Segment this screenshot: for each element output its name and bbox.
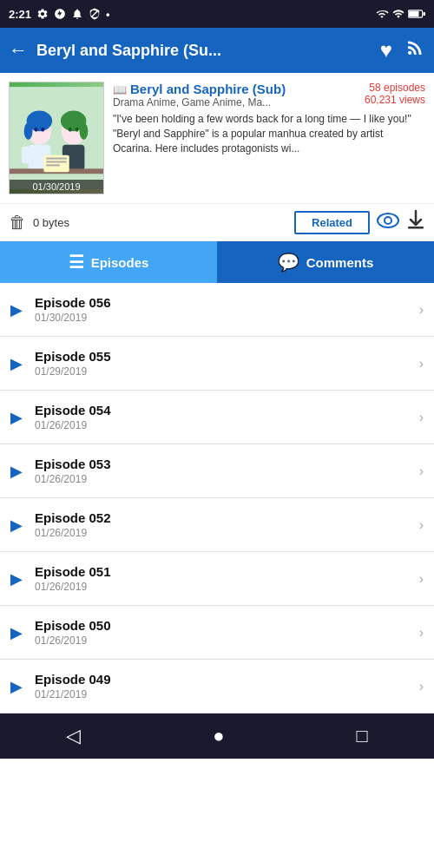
series-title: 📖Beryl and Sapphire (Sub)	[113, 82, 286, 96]
episode-count: 58 episodes	[365, 82, 425, 94]
list-item[interactable]: ▶ Episode 051 01/26/2019 ›	[0, 552, 434, 606]
episodes-tab-label: Episodes	[91, 255, 149, 270]
nav-home-button[interactable]: ●	[213, 725, 224, 747]
list-item[interactable]: ▶ Episode 052 01/26/2019 ›	[0, 498, 434, 552]
eye-button[interactable]	[377, 211, 399, 233]
play-icon: ▶	[10, 354, 23, 373]
tab-episodes[interactable]: ☰ Episodes	[0, 241, 217, 283]
top-bar-actions: ♥	[380, 37, 425, 63]
svg-point-7	[34, 128, 37, 132]
book-icon: 📖	[113, 83, 127, 96]
play-icon: ▶	[10, 569, 23, 589]
signal-icon	[392, 8, 404, 20]
chevron-right-icon: ›	[419, 517, 424, 533]
download-button[interactable]	[406, 209, 425, 235]
episode-title: Episode 051	[35, 564, 419, 579]
svg-point-14	[69, 128, 72, 132]
list-item[interactable]: ▶ Episode 055 01/29/2019 ›	[0, 337, 434, 391]
cover-date: 01/30/2019	[10, 180, 103, 194]
top-bar: ← Beryl and Sapphire (Su... ♥	[0, 28, 434, 73]
chevron-right-icon: ›	[419, 571, 424, 587]
list-item[interactable]: ▶ Episode 053 01/26/2019 ›	[0, 444, 434, 498]
nav-recents-button[interactable]: □	[357, 725, 368, 747]
bytes-label: 0 bytes	[33, 216, 287, 229]
episode-info: Episode 050 01/26/2019	[35, 618, 419, 647]
status-time: 2:21	[9, 8, 31, 21]
episode-date: 01/30/2019	[35, 312, 419, 324]
episode-date: 01/21/2019	[35, 688, 419, 700]
info-right: 📖Beryl and Sapphire (Sub) Drama Anime, G…	[113, 82, 425, 194]
chevron-right-icon: ›	[419, 356, 424, 372]
status-bar: 2:21 •	[0, 0, 434, 28]
episode-date: 01/26/2019	[35, 473, 419, 485]
tab-comments[interactable]: 💬 Comments	[217, 241, 434, 283]
svg-rect-21	[46, 164, 60, 166]
page-title: Beryl and Sapphire (Su...	[36, 42, 372, 60]
episode-date: 01/26/2019	[35, 635, 419, 647]
info-section: 01/30/2019 📖Beryl and Sapphire (Sub) Dra…	[0, 73, 434, 203]
antenna-icon	[54, 8, 66, 20]
episode-title: Episode 053	[35, 457, 419, 471]
trash-button[interactable]: 🗑	[9, 213, 26, 233]
favorite-button[interactable]: ♥	[380, 38, 392, 62]
tabs: ☰ Episodes 💬 Comments	[0, 241, 434, 283]
related-button[interactable]: Related	[294, 211, 370, 234]
episode-title: Episode 050	[35, 618, 419, 633]
chevron-right-icon: ›	[419, 625, 424, 641]
chevron-right-icon: ›	[419, 464, 424, 479]
svg-point-13	[80, 122, 89, 140]
series-genres: Drama Anime, Game Anime, Ma...	[113, 96, 286, 108]
episode-info: Episode 052 01/26/2019	[35, 510, 419, 539]
svg-point-22	[378, 214, 398, 227]
play-icon: ▶	[10, 408, 23, 427]
svg-rect-2	[424, 12, 426, 16]
chevron-right-icon: ›	[419, 302, 424, 318]
series-stats: 58 episodes 60,231 views	[365, 82, 425, 106]
episode-info: Episode 051 01/26/2019	[35, 564, 419, 593]
episode-date: 01/26/2019	[35, 419, 419, 431]
list-item[interactable]: ▶ Episode 050 01/26/2019 ›	[0, 606, 434, 660]
play-icon: ▶	[10, 677, 23, 696]
episode-title: Episode 056	[35, 295, 419, 310]
nav-bar: ◁ ● □	[0, 713, 434, 759]
svg-rect-1	[409, 11, 419, 17]
action-row: 🗑 0 bytes Related	[0, 203, 434, 241]
wifi-icon	[375, 8, 389, 20]
episode-info: Episode 054 01/26/2019	[35, 403, 419, 431]
svg-point-6	[24, 122, 33, 140]
play-icon: ▶	[10, 623, 23, 642]
episode-title: Episode 052	[35, 510, 419, 525]
episode-date: 01/26/2019	[35, 581, 419, 593]
series-description: "I've been holding a few words back for …	[113, 112, 425, 155]
episode-info: Episode 049 01/21/2019	[35, 672, 419, 700]
play-icon: ▶	[10, 462, 23, 481]
episode-title: Episode 049	[35, 672, 419, 687]
svg-rect-19	[46, 158, 67, 160]
view-count: 60,231 views	[365, 94, 425, 106]
chevron-right-icon: ›	[419, 679, 424, 694]
comments-tab-icon: 💬	[278, 252, 299, 273]
status-right-icons	[375, 8, 425, 20]
svg-rect-20	[46, 161, 67, 163]
episode-date: 01/26/2019	[35, 527, 419, 539]
svg-point-15	[76, 128, 79, 132]
svg-rect-10	[22, 147, 30, 164]
episode-info: Episode 053 01/26/2019	[35, 457, 419, 485]
svg-point-23	[385, 217, 391, 224]
list-item[interactable]: ▶ Episode 049 01/21/2019 ›	[0, 660, 434, 713]
episodes-tab-icon: ☰	[69, 252, 84, 273]
episode-date: 01/29/2019	[35, 365, 419, 378]
episode-info: Episode 056 01/30/2019	[35, 295, 419, 324]
settings-icon	[36, 8, 49, 20]
play-icon: ▶	[10, 300, 23, 319]
cover-image[interactable]: 01/30/2019	[9, 82, 104, 194]
vpn-icon	[89, 8, 101, 20]
list-item[interactable]: ▶ Episode 054 01/26/2019 ›	[0, 391, 434, 444]
list-item[interactable]: ▶ Episode 056 01/30/2019 ›	[0, 283, 434, 337]
svg-point-8	[41, 128, 44, 132]
episode-title: Episode 055	[35, 349, 419, 364]
rss-button[interactable]	[404, 37, 425, 63]
back-button[interactable]: ←	[9, 39, 28, 62]
episode-info: Episode 055 01/29/2019	[35, 349, 419, 378]
nav-back-button[interactable]: ◁	[66, 725, 81, 747]
